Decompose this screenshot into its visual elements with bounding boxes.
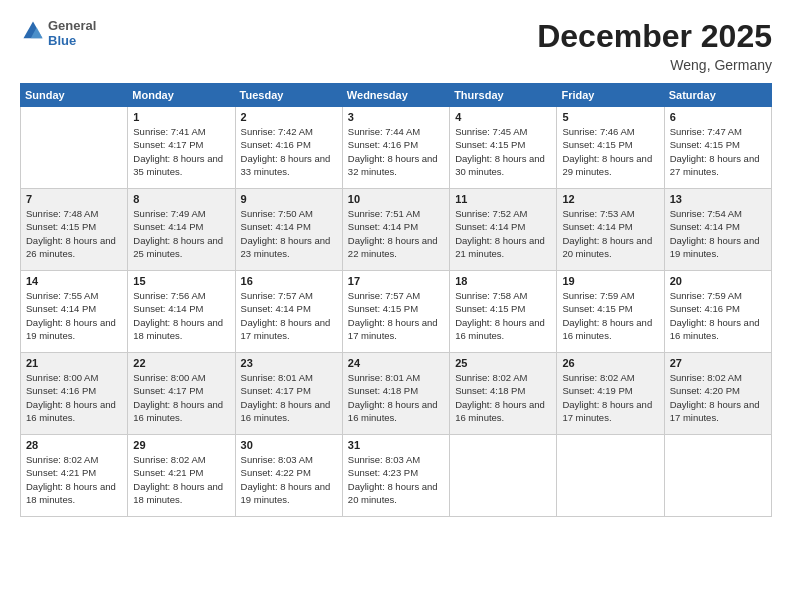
sunrise-text: Sunrise: 7:45 AM xyxy=(455,126,527,137)
day-number: 6 xyxy=(670,111,766,123)
sunset-text: Sunset: 4:15 PM xyxy=(562,303,632,314)
daylight-text: Daylight: 8 hours and 27 minutes. xyxy=(670,153,760,177)
sunset-text: Sunset: 4:18 PM xyxy=(348,385,418,396)
day-number: 18 xyxy=(455,275,551,287)
day-cell-1-0: 7 Sunrise: 7:48 AM Sunset: 4:15 PM Dayli… xyxy=(21,189,128,271)
day-info: Sunrise: 7:57 AM Sunset: 4:14 PM Dayligh… xyxy=(241,289,337,342)
day-number: 17 xyxy=(348,275,444,287)
day-cell-2-0: 14 Sunrise: 7:55 AM Sunset: 4:14 PM Dayl… xyxy=(21,271,128,353)
sunset-text: Sunset: 4:21 PM xyxy=(133,467,203,478)
sunrise-text: Sunrise: 8:02 AM xyxy=(670,372,742,383)
day-number: 24 xyxy=(348,357,444,369)
header-friday: Friday xyxy=(557,84,664,107)
sunrise-text: Sunrise: 7:52 AM xyxy=(455,208,527,219)
day-cell-4-3: 31 Sunrise: 8:03 AM Sunset: 4:23 PM Dayl… xyxy=(342,435,449,517)
sunrise-text: Sunrise: 7:54 AM xyxy=(670,208,742,219)
sunrise-text: Sunrise: 8:03 AM xyxy=(348,454,420,465)
sunrise-text: Sunrise: 7:56 AM xyxy=(133,290,205,301)
sunrise-text: Sunrise: 7:57 AM xyxy=(241,290,313,301)
sunrise-text: Sunrise: 8:00 AM xyxy=(26,372,98,383)
day-number: 19 xyxy=(562,275,658,287)
header-thursday: Thursday xyxy=(450,84,557,107)
sunset-text: Sunset: 4:14 PM xyxy=(455,221,525,232)
day-cell-0-3: 3 Sunrise: 7:44 AM Sunset: 4:16 PM Dayli… xyxy=(342,107,449,189)
day-number: 23 xyxy=(241,357,337,369)
sunrise-text: Sunrise: 7:58 AM xyxy=(455,290,527,301)
sunset-text: Sunset: 4:14 PM xyxy=(26,303,96,314)
daylight-text: Daylight: 8 hours and 17 minutes. xyxy=(348,317,438,341)
day-info: Sunrise: 7:54 AM Sunset: 4:14 PM Dayligh… xyxy=(670,207,766,260)
day-info: Sunrise: 8:03 AM Sunset: 4:22 PM Dayligh… xyxy=(241,453,337,506)
day-info: Sunrise: 8:02 AM Sunset: 4:20 PM Dayligh… xyxy=(670,371,766,424)
sunrise-text: Sunrise: 8:02 AM xyxy=(455,372,527,383)
daylight-text: Daylight: 8 hours and 35 minutes. xyxy=(133,153,223,177)
day-info: Sunrise: 8:02 AM Sunset: 4:21 PM Dayligh… xyxy=(133,453,229,506)
daylight-text: Daylight: 8 hours and 20 minutes. xyxy=(562,235,652,259)
sunrise-text: Sunrise: 8:01 AM xyxy=(348,372,420,383)
day-info: Sunrise: 8:01 AM Sunset: 4:17 PM Dayligh… xyxy=(241,371,337,424)
day-info: Sunrise: 7:57 AM Sunset: 4:15 PM Dayligh… xyxy=(348,289,444,342)
sunset-text: Sunset: 4:15 PM xyxy=(562,139,632,150)
day-number: 31 xyxy=(348,439,444,451)
day-info: Sunrise: 8:01 AM Sunset: 4:18 PM Dayligh… xyxy=(348,371,444,424)
day-number: 10 xyxy=(348,193,444,205)
day-cell-1-6: 13 Sunrise: 7:54 AM Sunset: 4:14 PM Dayl… xyxy=(664,189,771,271)
daylight-text: Daylight: 8 hours and 30 minutes. xyxy=(455,153,545,177)
daylight-text: Daylight: 8 hours and 18 minutes. xyxy=(26,481,116,505)
day-number: 21 xyxy=(26,357,122,369)
daylight-text: Daylight: 8 hours and 16 minutes. xyxy=(26,399,116,423)
sunrise-text: Sunrise: 7:50 AM xyxy=(241,208,313,219)
daylight-text: Daylight: 8 hours and 22 minutes. xyxy=(348,235,438,259)
day-number: 1 xyxy=(133,111,229,123)
day-cell-2-1: 15 Sunrise: 7:56 AM Sunset: 4:14 PM Dayl… xyxy=(128,271,235,353)
sunset-text: Sunset: 4:20 PM xyxy=(670,385,740,396)
week-row-4: 21 Sunrise: 8:00 AM Sunset: 4:16 PM Dayl… xyxy=(21,353,772,435)
sunset-text: Sunset: 4:16 PM xyxy=(26,385,96,396)
sunrise-text: Sunrise: 8:03 AM xyxy=(241,454,313,465)
day-number: 16 xyxy=(241,275,337,287)
sunset-text: Sunset: 4:16 PM xyxy=(670,303,740,314)
sunset-text: Sunset: 4:21 PM xyxy=(26,467,96,478)
sunrise-text: Sunrise: 8:00 AM xyxy=(133,372,205,383)
week-row-3: 14 Sunrise: 7:55 AM Sunset: 4:14 PM Dayl… xyxy=(21,271,772,353)
daylight-text: Daylight: 8 hours and 26 minutes. xyxy=(26,235,116,259)
sunset-text: Sunset: 4:15 PM xyxy=(455,139,525,150)
day-info: Sunrise: 7:47 AM Sunset: 4:15 PM Dayligh… xyxy=(670,125,766,178)
sunset-text: Sunset: 4:14 PM xyxy=(241,221,311,232)
daylight-text: Daylight: 8 hours and 16 minutes. xyxy=(133,399,223,423)
logo: General Blue xyxy=(20,18,96,48)
day-cell-0-1: 1 Sunrise: 7:41 AM Sunset: 4:17 PM Dayli… xyxy=(128,107,235,189)
sunset-text: Sunset: 4:19 PM xyxy=(562,385,632,396)
day-number: 20 xyxy=(670,275,766,287)
day-cell-1-2: 9 Sunrise: 7:50 AM Sunset: 4:14 PM Dayli… xyxy=(235,189,342,271)
header-sunday: Sunday xyxy=(21,84,128,107)
daylight-text: Daylight: 8 hours and 32 minutes. xyxy=(348,153,438,177)
day-info: Sunrise: 7:52 AM Sunset: 4:14 PM Dayligh… xyxy=(455,207,551,260)
sunset-text: Sunset: 4:15 PM xyxy=(348,303,418,314)
day-cell-3-3: 24 Sunrise: 8:01 AM Sunset: 4:18 PM Dayl… xyxy=(342,353,449,435)
sunrise-text: Sunrise: 7:51 AM xyxy=(348,208,420,219)
daylight-text: Daylight: 8 hours and 16 minutes. xyxy=(348,399,438,423)
daylight-text: Daylight: 8 hours and 16 minutes. xyxy=(562,317,652,341)
day-cell-2-4: 18 Sunrise: 7:58 AM Sunset: 4:15 PM Dayl… xyxy=(450,271,557,353)
sunset-text: Sunset: 4:17 PM xyxy=(133,385,203,396)
sunset-text: Sunset: 4:18 PM xyxy=(455,385,525,396)
sunrise-text: Sunrise: 8:01 AM xyxy=(241,372,313,383)
daylight-text: Daylight: 8 hours and 18 minutes. xyxy=(133,481,223,505)
day-info: Sunrise: 7:58 AM Sunset: 4:15 PM Dayligh… xyxy=(455,289,551,342)
day-info: Sunrise: 7:46 AM Sunset: 4:15 PM Dayligh… xyxy=(562,125,658,178)
day-info: Sunrise: 7:41 AM Sunset: 4:17 PM Dayligh… xyxy=(133,125,229,178)
day-cell-4-6 xyxy=(664,435,771,517)
day-cell-2-6: 20 Sunrise: 7:59 AM Sunset: 4:16 PM Dayl… xyxy=(664,271,771,353)
sunset-text: Sunset: 4:14 PM xyxy=(133,303,203,314)
day-info: Sunrise: 7:49 AM Sunset: 4:14 PM Dayligh… xyxy=(133,207,229,260)
sunrise-text: Sunrise: 7:47 AM xyxy=(670,126,742,137)
week-row-5: 28 Sunrise: 8:02 AM Sunset: 4:21 PM Dayl… xyxy=(21,435,772,517)
daylight-text: Daylight: 8 hours and 19 minutes. xyxy=(670,235,760,259)
sunrise-text: Sunrise: 7:49 AM xyxy=(133,208,205,219)
logo-general-text: General xyxy=(48,18,96,33)
daylight-text: Daylight: 8 hours and 19 minutes. xyxy=(26,317,116,341)
day-number: 4 xyxy=(455,111,551,123)
header-monday: Monday xyxy=(128,84,235,107)
day-number: 22 xyxy=(133,357,229,369)
